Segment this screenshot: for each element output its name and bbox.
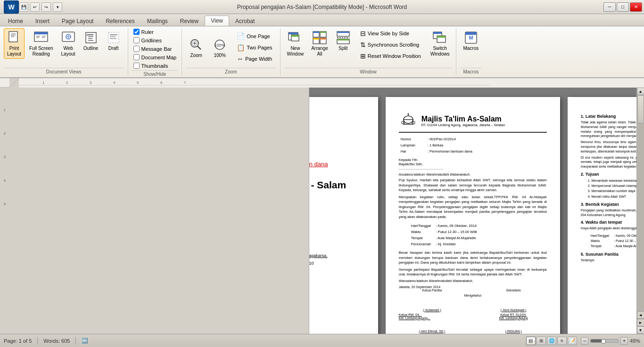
tab-page-layout[interactable]: Page Layout [56,16,99,26]
p3-p2: Menurut Ilmu, khususnya ilmu agama, menj… [581,140,636,153]
svg-text:3: 3 [4,155,6,159]
window-title: Proposal pengajian As-Salam [Compatibili… [237,4,407,10]
two-pages-button[interactable]: 📋 Two Pages [234,42,275,53]
ruler-container: 1 2 3 4 5 6 7 [0,78,644,88]
scroll-right-button[interactable]: ◄ [637,311,644,319]
arrange-all-button[interactable]: ArrangeAll [308,28,331,59]
customize-btn[interactable]: ▾ [53,2,62,12]
ruler-checkbox[interactable]: Ruler [132,28,155,35]
tab-mailings[interactable]: Mailings [141,16,174,26]
svg-rect-48 [433,32,442,34]
print-view-btn[interactable]: ▤ [526,337,536,345]
split-button[interactable]: Split [333,28,354,59]
zoom-100-button[interactable]: 100% 100% [209,35,230,60]
scroll-down-button[interactable]: ▼ [637,326,644,334]
svg-rect-8 [42,36,46,37]
svg-rect-22 [110,38,116,39]
close-button[interactable]: ✕ [630,2,642,12]
svg-rect-53 [465,32,477,35]
page-width-icon: ↔ [237,55,243,63]
zoom-thumb[interactable] [601,339,606,344]
zoom-bar[interactable] [590,339,619,343]
window-group-label: Window [284,68,453,75]
two-pages-icon: 📋 [237,44,245,51]
body-p1: Puji Syukur, marilah kita panjatkan keha… [399,178,547,193]
p3-h2: 2. Tujuan [581,172,636,177]
status-sep2 [75,337,76,345]
full-screen-label: Full ScreenReading [29,46,53,57]
pages-container[interactable]: Proposal Permohonan bantuan dana Majlis … [309,88,637,334]
thumbnails-checkbox[interactable]: Thumbnails [132,62,170,69]
zoom-out-button[interactable]: − [581,337,588,345]
vertical-ruler: 1 2 3 4 5 [0,88,309,334]
document-views-group: PrintLayout Full ScreenReading [0,28,128,75]
svg-text:4: 4 [4,178,6,183]
outline-view-btn[interactable]: ≡ [557,337,567,345]
scrollbar-thumb[interactable] [637,95,644,123]
view-side-icon: ⊟ [360,30,366,37]
hal-val: : Permohonan bantuan dana [427,149,473,154]
svg-text:3: 3 [90,81,92,85]
maximize-button[interactable]: □ [617,2,629,12]
zoom-button[interactable]: Zoom [186,35,206,60]
minimize-button[interactable]: ─ [603,2,616,12]
page1-address: RT. 012/04 Lenteng Agung, Jagakarsa, Jak… [309,252,362,267]
draft-button[interactable]: Draft [103,28,124,53]
switch-windows-button[interactable]: SwitchWindows [428,28,453,59]
draft-view-btn[interactable]: 📝 [568,337,577,345]
tab-insert[interactable]: Insert [29,16,56,26]
web-view-btn[interactable]: 🌐 [547,337,556,345]
fullscreen-view-btn[interactable]: ⊞ [537,337,546,345]
zoom-in-button[interactable]: + [620,337,628,345]
document-map-checkbox[interactable]: Document Map [132,54,178,61]
zoom-slider: − + 49% [581,337,640,345]
svg-rect-5 [34,32,48,34]
tab-review[interactable]: Review [174,16,205,26]
office-button[interactable]: W [4,0,19,14]
undo-btn[interactable]: ↩ [30,2,40,12]
scroll-up-button[interactable]: ▲ [637,88,644,95]
p3-p6: Terlampir. [581,258,636,263]
redo-btn[interactable]: ↪ [41,2,51,12]
right-scrollbar[interactable]: ▲ ◄ ► ▼ [636,88,644,334]
horizontal-ruler: 1 2 3 4 5 6 7 [19,78,644,88]
zoom-100-label: 100% [214,53,226,58]
name4: (.RIDUAN.) [480,321,546,333]
web-layout-button[interactable]: WebLayout [58,28,79,59]
one-page-button[interactable]: 📄 One Page [234,31,275,41]
save-btn[interactable]: 💾 [19,2,28,12]
tab-view[interactable]: View [205,16,229,26]
tab-references[interactable]: References [99,16,140,26]
scrollbar-track[interactable] [637,95,644,311]
print-layout-button[interactable]: PrintLayout [4,28,25,59]
p3-p1: Tidak ada agama selain Islam. Tidak ada … [581,120,636,138]
page-width-label: Page Width [245,56,272,62]
svg-line-25 [198,46,201,49]
p3-p4: Pengajian yang melibatkan muslimah, dari… [581,208,636,218]
synchronous-scrolling-button[interactable]: ⇅ Synchronous Scrolling [357,40,424,50]
svg-rect-18 [88,40,93,41]
outline-button[interactable]: Outline [81,28,101,53]
reset-window-position-button[interactable]: ⊞ Reset Window Position [357,51,424,61]
svg-rect-7 [36,37,39,38]
svg-rect-50 [437,36,446,38]
svg-rect-1 [11,33,16,34]
macros-button[interactable]: M Macros [460,28,481,53]
sig-area: Jakarta, 20 September 2014 [399,285,547,289]
gridlines-checkbox[interactable]: Gridlines [132,37,163,44]
new-window-button[interactable]: NewWindow [284,28,307,59]
svg-rect-41 [320,38,326,40]
view-side-by-side-button[interactable]: ⊟ View Side by Side [357,28,424,39]
arrange-all-icon [312,30,327,45]
full-screen-reading-button[interactable]: Full ScreenReading [26,28,56,59]
scroll-left-button[interactable]: ► [637,319,644,326]
page-width-button[interactable]: ↔ Page Width [234,54,275,64]
svg-rect-56 [19,78,644,88]
p3-h4: 4. Waktu dan tempat [581,220,636,225]
tab-acrobat[interactable]: Acrobat [229,16,261,26]
view-side-label: View Side by Side [368,31,409,36]
message-bar-checkbox[interactable]: Message Bar [132,45,173,52]
tab-home[interactable]: Home [2,16,29,26]
official2: Ketua RT. 012/04. Kel. Lentung Agung [480,313,546,320]
view-mode-buttons: ▤ ⊞ 🌐 ≡ 📝 [526,337,577,345]
